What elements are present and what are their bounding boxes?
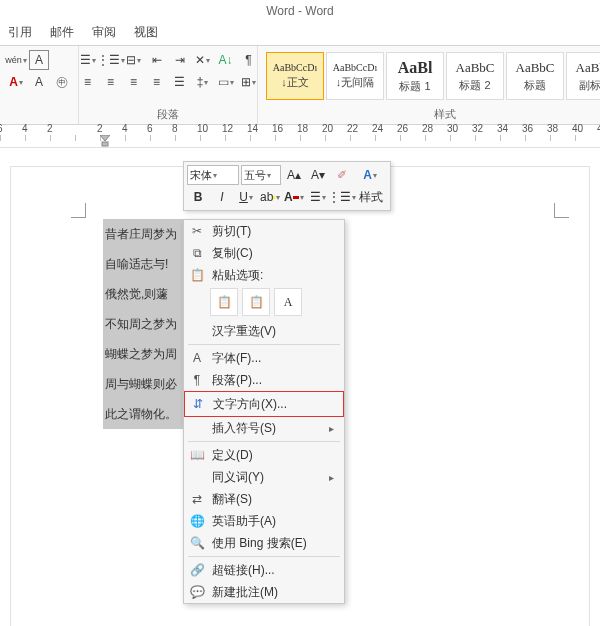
ctx-insert-symbol[interactable]: 插入符号(S)▸ [184,417,344,439]
text-line: 此之谓物化。 [103,399,183,429]
style-no-spacing[interactable]: AaBbCcDı↓无间隔 [326,52,384,100]
style-normal[interactable]: AaBbCcDı↓正文 [266,52,324,100]
mini-grow-font-button[interactable]: A▴ [283,165,305,185]
style-heading2[interactable]: AaBbC标题 2 [446,52,504,100]
tab-mailings[interactable]: 邮件 [50,24,74,41]
paste-merge-button[interactable]: 📋 [242,288,270,316]
char-border-button[interactable]: A [29,50,49,70]
mini-highlight-button[interactable]: ab▾ [259,187,281,207]
tab-view[interactable]: 视图 [134,24,158,41]
align-right-button[interactable]: ≡ [124,72,144,92]
copy-icon: ⧉ [188,244,206,262]
text-line: 不知周之梦为 [103,309,183,339]
distributed-button[interactable]: ☰ [170,72,190,92]
show-marks-button[interactable]: ¶ [239,50,259,70]
group-label-paragraph: 段落 [157,105,179,124]
ribbon: wén▾ A A▾ A ㊥ ☰▾ ⋮☰▾ ⊟▾ ⇤ ⇥ ✕▾ A↓ ¶ [0,46,600,125]
numbering-button[interactable]: ⋮☰▾ [101,50,121,70]
mini-italic-button[interactable]: I [211,187,233,207]
mini-toolbar: 宋体▾ 五号▾ A▴ A▾ ✐ A▾ B I U▾ ab▾ A▾ ☰▾ ⋮☰▾ … [183,161,391,211]
ctx-text-direction[interactable]: ⇵文字方向(X)... [184,391,344,417]
paste-text-only-button[interactable]: A [274,288,302,316]
ruler-tick: 32 [475,135,500,141]
text-line: 蝴蝶之梦为周 [103,339,183,369]
comment-icon: 💬 [188,583,206,601]
clipboard-icon: 📋 [188,266,206,284]
ruler-tick: 2 [50,135,75,141]
bullets-button[interactable]: ☰▾ [78,50,98,70]
ctx-hyperlink[interactable]: 🔗超链接(H)... [184,559,344,581]
line-spacing-button[interactable]: ‡▾ [193,72,213,92]
mini-bold-button[interactable]: B [187,187,209,207]
style-subtitle[interactable]: AaBbC副标题 [566,52,600,100]
ruler-tick: 10 [200,135,225,141]
align-left-button[interactable]: ≡ [78,72,98,92]
tab-references[interactable]: 引用 [8,24,32,41]
mini-size-select[interactable]: 五号▾ [241,165,281,185]
ruler-tick: 14 [250,135,275,141]
paste-keep-source-button[interactable]: 📋 [210,288,238,316]
text-line: 昔者庄周梦为 [103,219,183,249]
group-styles: AaBbCcDı↓正文 AaBbCcDı↓无间隔 AaBl标题 1 AaBbC标… [258,46,600,124]
ruler-tick: 16 [275,135,300,141]
ruler-tick [75,135,100,141]
link-icon: 🔗 [188,561,206,579]
ctx-new-comment[interactable]: 💬新建批注(M) [184,581,344,603]
margin-corner-tr [554,203,569,218]
style-title[interactable]: AaBbC标题 [506,52,564,100]
mini-font-select[interactable]: 宋体▾ [187,165,239,185]
ctx-cut[interactable]: ✂剪切(T) [184,220,344,242]
ctx-paste-head: 📋粘贴选项: [184,264,344,286]
shading-button[interactable]: ▭▾ [216,72,236,92]
sort-button[interactable]: A↓ [216,50,236,70]
align-center-button[interactable]: ≡ [101,72,121,92]
enclose-char-button[interactable]: ㊥ [52,72,72,92]
font-color-button[interactable]: A▾ [6,72,26,92]
ruler-tick: 28 [425,135,450,141]
mini-underline-button[interactable]: U▾ [235,187,257,207]
ctx-define[interactable]: 📖定义(D) [184,444,344,466]
tab-review[interactable]: 审阅 [92,24,116,41]
ruler-tick: 12 [225,135,250,141]
mini-font-color-button[interactable]: A▾ [283,187,305,207]
document-page[interactable]: 昔者庄周梦为 自喻适志与! 俄然觉,则蘧 不知周之梦为 蝴蝶之梦为周 周与蝴蝶则… [10,166,590,626]
ribbon-tabs: 引用 邮件 审阅 视图 [0,22,600,46]
ctx-hanzi-reselect[interactable]: 汉字重选(V) [184,320,344,342]
asian-layout-button[interactable]: ✕▾ [193,50,213,70]
indent-marker[interactable] [100,135,110,147]
horizontal-ruler[interactable]: 6422468101214161820222426283032343638404… [0,125,600,148]
ctx-font[interactable]: A字体(F)... [184,347,344,369]
group-paragraph: ☰▾ ⋮☰▾ ⊟▾ ⇤ ⇥ ✕▾ A↓ ¶ ≡ ≡ ≡ ≡ ☰ ‡▾ ▭▾ ⊞▾… [79,46,258,124]
ruler-tick: 22 [350,135,375,141]
mini-shrink-font-button[interactable]: A▾ [307,165,329,185]
increase-indent-button[interactable]: ⇥ [170,50,190,70]
selected-text-block[interactable]: 昔者庄周梦为 自喻适志与! 俄然觉,则蘧 不知周之梦为 蝴蝶之梦为周 周与蝴蝶则… [103,219,183,429]
ctx-bing-search[interactable]: 🔍使用 Bing 搜索(E) [184,532,344,554]
scissors-icon: ✂ [188,222,206,240]
margin-corner-tl [71,203,86,218]
mini-styles-label[interactable]: 样式 [355,187,387,207]
styles-gallery[interactable]: AaBbCcDı↓正文 AaBbCcDı↓无间隔 AaBl标题 1 AaBbC标… [264,50,600,102]
justify-button[interactable]: ≡ [147,72,167,92]
ctx-paragraph[interactable]: ¶段落(P)... [184,369,344,391]
group-label-styles: 样式 [434,105,456,124]
style-heading1[interactable]: AaBl标题 1 [386,52,444,100]
window-title: Word - Word [0,0,600,22]
borders-button[interactable]: ⊞▾ [239,72,259,92]
chevron-right-icon: ▸ [329,472,334,483]
multilevel-button[interactable]: ⊟▾ [124,50,144,70]
mini-bullets-button[interactable]: ☰▾ [307,187,329,207]
ctx-copy[interactable]: ⧉复制(C) [184,242,344,264]
mini-format-painter-button[interactable]: ✐ [331,165,353,185]
ctx-translate[interactable]: ⇄翻译(S) [184,488,344,510]
mini-numbering-button[interactable]: ⋮☰▾ [331,187,353,207]
chevron-right-icon: ▸ [329,423,334,434]
ctx-english-assistant[interactable]: 🌐英语助手(A) [184,510,344,532]
phonetic-guide-button[interactable]: wén▾ [6,50,26,70]
char-shading-button[interactable]: A [29,72,49,92]
ruler-tick: 38 [550,135,575,141]
decrease-indent-button[interactable]: ⇤ [147,50,167,70]
mini-styles-button[interactable]: A▾ [355,165,385,185]
svg-marker-0 [100,135,110,141]
ctx-synonyms[interactable]: 同义词(Y)▸ [184,466,344,488]
